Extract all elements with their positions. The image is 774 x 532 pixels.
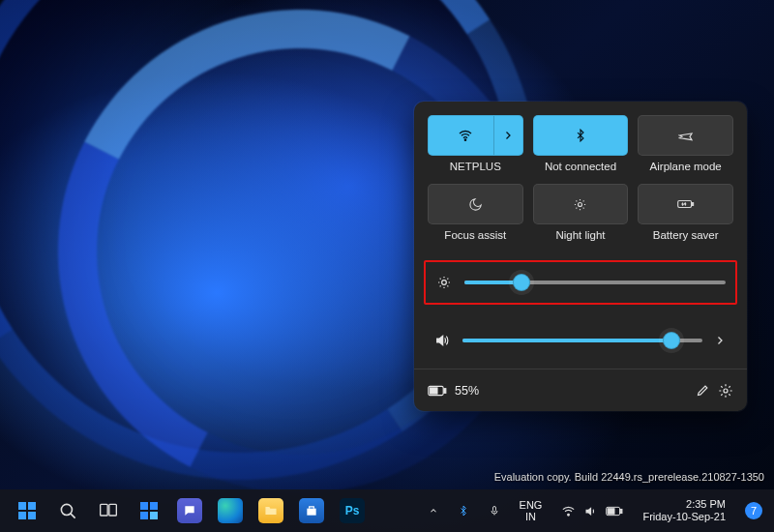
battery-percent-text: 55% <box>455 384 479 398</box>
svg-rect-11 <box>18 512 26 519</box>
annotation-highlight <box>424 260 737 305</box>
search-button[interactable] <box>48 491 87 530</box>
focus-assist-label: Focus assist <box>444 230 506 243</box>
tile-night-light: Night light <box>533 184 629 243</box>
night-light-toggle[interactable] <box>533 184 629 224</box>
chat-button[interactable] <box>170 491 209 530</box>
file-explorer-button[interactable] <box>252 491 290 530</box>
svg-point-13 <box>61 504 72 515</box>
volume-icon <box>433 333 451 348</box>
svg-point-21 <box>568 514 570 516</box>
open-settings-button[interactable] <box>718 383 733 399</box>
bluetooth-label: Not connected <box>545 162 616 174</box>
tile-wifi: NETPLUS <box>428 115 523 174</box>
taskbar: Ps ENGIN 2:35 PMFriday-10-Sep-21 7 <box>0 489 774 532</box>
tray-wifi-icon <box>561 504 576 518</box>
battery-saver-icon <box>677 197 695 211</box>
battery-saver-toggle[interactable] <box>638 184 733 224</box>
svg-rect-15 <box>109 504 117 516</box>
svg-point-1 <box>579 202 582 206</box>
tray-microphone-icon[interactable] <box>483 495 506 526</box>
photoshop-button[interactable]: Ps <box>333 491 372 530</box>
svg-rect-20 <box>492 507 495 513</box>
quick-settings-tile-grid: NETPLUS Not connected Airplane mode <box>428 115 733 243</box>
tray-volume-icon <box>583 504 598 518</box>
volume-expand-button[interactable] <box>714 335 728 346</box>
wifi-toggle[interactable] <box>428 115 523 156</box>
svg-rect-24 <box>608 508 614 514</box>
svg-rect-9 <box>18 502 26 510</box>
svg-rect-7 <box>430 387 437 393</box>
tray-battery-icon <box>606 506 623 517</box>
sliders-section <box>428 260 733 359</box>
wifi-icon <box>458 128 473 143</box>
edit-quick-settings-button[interactable] <box>695 383 710 399</box>
bluetooth-icon <box>574 129 587 142</box>
bluetooth-toggle[interactable] <box>533 115 629 156</box>
widgets-button[interactable] <box>130 491 168 530</box>
brightness-slider[interactable] <box>464 281 726 284</box>
tray-bluetooth-icon[interactable] <box>452 495 475 526</box>
evaluation-build-watermark: Evaluation copy. Build 22449.rs_prerelea… <box>494 470 764 484</box>
brightness-icon <box>435 275 453 290</box>
night-light-label: Night light <box>555 230 605 243</box>
svg-rect-10 <box>28 502 36 510</box>
volume-slider-thumb[interactable] <box>663 332 680 349</box>
notifications-button[interactable]: 7 <box>739 495 768 526</box>
svg-rect-14 <box>101 504 108 516</box>
quick-settings-tray-button[interactable] <box>555 495 629 526</box>
svg-rect-6 <box>444 388 446 393</box>
tile-airplane: Airplane mode <box>638 115 733 174</box>
system-tray: ENGIN 2:35 PMFriday-10-Sep-21 7 <box>423 489 768 532</box>
svg-rect-12 <box>28 512 36 519</box>
svg-rect-23 <box>621 509 623 513</box>
notification-count-badge: 7 <box>745 502 762 519</box>
quick-settings-footer: 55% <box>414 369 747 411</box>
night-light-icon <box>573 197 587 212</box>
task-view-button[interactable] <box>89 491 128 530</box>
focus-assist-toggle[interactable] <box>428 184 523 224</box>
battery-saver-label: Battery saver <box>653 230 719 243</box>
brightness-slider-row <box>430 264 731 301</box>
tile-battery-saver: Battery saver <box>638 184 733 243</box>
battery-status-icon <box>428 385 447 397</box>
svg-rect-18 <box>140 512 148 519</box>
tile-focus-assist: Focus assist <box>428 184 523 243</box>
airplane-icon <box>678 128 694 143</box>
svg-rect-3 <box>692 203 693 206</box>
volume-slider-row <box>428 322 733 359</box>
moon-icon <box>468 197 483 212</box>
airplane-label: Airplane mode <box>650 162 722 174</box>
svg-point-0 <box>464 139 465 140</box>
tile-bluetooth: Not connected <box>533 115 629 174</box>
store-button[interactable] <box>292 491 331 530</box>
brightness-slider-thumb[interactable] <box>513 274 530 291</box>
start-button[interactable] <box>8 491 46 530</box>
taskbar-pinned-apps: Ps <box>8 491 372 530</box>
wifi-label: NETPLUS <box>450 162 501 174</box>
volume-slider[interactable] <box>462 339 702 342</box>
quick-settings-flyout: NETPLUS Not connected Airplane mode <box>414 102 747 411</box>
tray-overflow-button[interactable] <box>423 495 444 526</box>
airplane-mode-toggle[interactable] <box>638 115 733 156</box>
wifi-expand-button[interactable] <box>493 116 522 155</box>
edge-button[interactable] <box>211 491 250 530</box>
svg-rect-16 <box>140 502 148 510</box>
svg-point-4 <box>442 281 447 285</box>
svg-rect-19 <box>150 512 158 519</box>
language-switcher[interactable]: ENGIN <box>514 495 549 526</box>
svg-rect-17 <box>150 502 158 510</box>
svg-point-8 <box>724 389 728 393</box>
clock-button[interactable]: 2:35 PMFriday-10-Sep-21 <box>637 495 731 526</box>
